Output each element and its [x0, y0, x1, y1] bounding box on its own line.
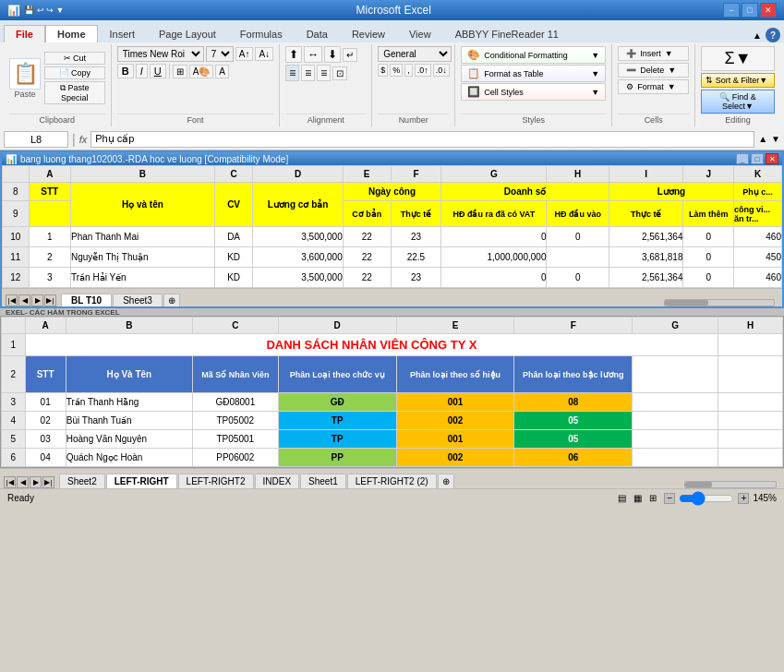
cell-g12[interactable]: 0	[441, 268, 547, 288]
cell-g4[interactable]	[633, 412, 718, 430]
cut-button[interactable]: ✂ Cut	[44, 52, 105, 65]
cell-c6[interactable]: PP06002	[192, 449, 278, 467]
decrease-decimal-button[interactable]: .0↓	[433, 64, 450, 77]
cell-f4[interactable]: 05	[514, 412, 633, 430]
bottom-tab-nav-first[interactable]: |◀	[4, 476, 16, 488]
cell-b8[interactable]: Họ và tên	[71, 183, 215, 227]
workbook1-maximize[interactable]: □	[751, 153, 764, 164]
cell-e12[interactable]: 22	[343, 268, 391, 288]
bottom-scrollbar[interactable]	[684, 481, 777, 488]
cell-c4[interactable]: TP05002	[192, 412, 278, 430]
cell-d11[interactable]: 3,600,000	[253, 247, 343, 268]
cell-i9[interactable]: Thực tế	[609, 201, 683, 227]
bottom-tab-sheet1[interactable]: Sheet1	[300, 474, 346, 488]
cell-h11[interactable]	[547, 247, 609, 268]
cell-h4[interactable]	[718, 412, 783, 430]
cell-f10[interactable]: 23	[391, 227, 441, 247]
cell-a5[interactable]: 03	[25, 430, 66, 449]
find-select-button[interactable]: 🔍 Find & Select▼	[701, 90, 775, 114]
bottom-tab-nav-last[interactable]: ▶|	[42, 476, 54, 488]
cell-c11[interactable]: KD	[214, 247, 253, 268]
cell-g11[interactable]: 1,000,000,000	[441, 247, 547, 268]
cell-b5[interactable]: Hoàng Văn Nguyên	[66, 430, 192, 449]
currency-button[interactable]: $	[378, 64, 388, 77]
bottom-tab-left-right[interactable]: LEFT-RIGHT	[106, 474, 177, 488]
format-as-table-button[interactable]: 📋 Format as Table ▼	[461, 65, 606, 82]
cell-f2[interactable]: Phân loại theo bậc lương	[514, 356, 633, 393]
cell-g6[interactable]	[633, 449, 718, 467]
cell-a11[interactable]: 2	[29, 247, 70, 268]
tab-nav-next[interactable]: ▶	[31, 294, 43, 306]
cell-a3[interactable]: 01	[25, 393, 66, 412]
cell-a12[interactable]: 3	[29, 268, 70, 288]
cell-c3[interactable]: GĐ08001	[192, 393, 278, 412]
bottom-tab-left-right2-dup[interactable]: LEFT-RIGHT2 (2)	[347, 474, 437, 488]
col-header-j[interactable]: J	[683, 166, 734, 183]
cell-e5[interactable]: 001	[396, 430, 514, 449]
cell-c12[interactable]: KD	[214, 268, 253, 288]
col2-header-e[interactable]: E	[396, 318, 514, 334]
cell-d3[interactable]: GĐ	[278, 393, 396, 412]
cell-f9[interactable]: Thực tế	[391, 201, 441, 227]
cell-f5[interactable]: 05	[514, 430, 633, 449]
cell-e4[interactable]: 002	[396, 412, 514, 430]
bottom-tab-new[interactable]: ⊕	[438, 474, 454, 488]
col-header-h[interactable]: H	[547, 166, 609, 183]
bottom-tab-index[interactable]: INDEX	[255, 474, 300, 488]
bottom-tab-nav-prev[interactable]: ◀	[17, 476, 29, 488]
cell-a9[interactable]	[29, 201, 70, 227]
cell-b12[interactable]: Trần Hải Yến	[71, 268, 215, 288]
col-header-c[interactable]: C	[214, 166, 253, 183]
zoom-plus-icon[interactable]: +	[738, 493, 749, 504]
cell-k12[interactable]: 460	[734, 268, 782, 288]
cell-h5[interactable]	[718, 430, 783, 449]
autosum-button[interactable]: Σ▼	[701, 46, 775, 71]
cell-d8[interactable]: Lương cơ bản	[253, 183, 343, 227]
align-middle-button[interactable]: ↔	[304, 46, 322, 63]
col2-header-g[interactable]: G	[633, 318, 718, 334]
cell-i12[interactable]: 2,561,364	[609, 268, 683, 288]
cell-c8[interactable]: CV	[214, 183, 253, 227]
zoom-slider[interactable]	[679, 495, 734, 502]
cell-j9[interactable]: Làm thêm	[683, 201, 734, 227]
cell-d2[interactable]: Phân Loại theo chức vụ	[278, 356, 396, 393]
cell-h9[interactable]: HĐ đầu vào	[547, 201, 609, 227]
copy-button[interactable]: 📄 Copy	[44, 66, 105, 79]
cell-g3[interactable]	[633, 393, 718, 412]
scroll-up-icon[interactable]: ▲	[758, 134, 767, 144]
view-page-break-icon[interactable]: ⊞	[649, 493, 657, 503]
cell-a10[interactable]: 1	[29, 227, 70, 247]
cell-e3[interactable]: 001	[396, 393, 514, 412]
scroll-down-icon[interactable]: ▼	[771, 134, 780, 144]
cell-b4[interactable]: Bùi Thanh Tuấn	[66, 412, 192, 430]
cell-d6[interactable]: PP	[278, 449, 396, 467]
cell-ij8[interactable]: Lương	[609, 183, 733, 201]
cell-h12[interactable]: 0	[547, 268, 609, 288]
col-header-g[interactable]: G	[441, 166, 547, 183]
col-header-a[interactable]: A	[29, 166, 70, 183]
tab-home[interactable]: Home	[45, 25, 98, 42]
cell-d12[interactable]: 3,500,000	[253, 268, 343, 288]
cell-f6[interactable]: 06	[514, 449, 633, 467]
cell-c2[interactable]: Mã Số Nhân Viên	[192, 356, 278, 393]
cell-b3[interactable]: Trần Thanh Hằng	[66, 393, 192, 412]
sheet-tab-blt10[interactable]: BL T10	[61, 294, 112, 306]
font-name-select[interactable]: Times New Roi	[117, 46, 204, 62]
tab-review[interactable]: Review	[340, 25, 397, 42]
comma-button[interactable]: ,	[404, 64, 413, 77]
cell-d4[interactable]: TP	[278, 412, 396, 430]
col2-header-c[interactable]: C	[192, 318, 278, 334]
merge-button[interactable]: ⊡	[332, 66, 347, 80]
cell-c5[interactable]: TP05001	[192, 430, 278, 449]
number-format-select[interactable]: General	[378, 46, 452, 62]
cell-b11[interactable]: Nguyễn Thị Thuận	[71, 247, 215, 268]
cell-g5[interactable]	[633, 430, 718, 449]
fill-color-button[interactable]: A🎨	[189, 65, 214, 78]
zoom-minus-icon[interactable]: −	[664, 493, 675, 504]
cell-d10[interactable]: 3,500,000	[253, 227, 343, 247]
cell-i11[interactable]: 3,681,818	[609, 247, 683, 268]
cell-e9[interactable]: Cơ bản	[343, 201, 391, 227]
tab-page-layout[interactable]: Page Layout	[147, 25, 228, 42]
border-button[interactable]: ⊞	[173, 65, 187, 78]
paste-button[interactable]: 📋 Paste	[9, 58, 41, 99]
